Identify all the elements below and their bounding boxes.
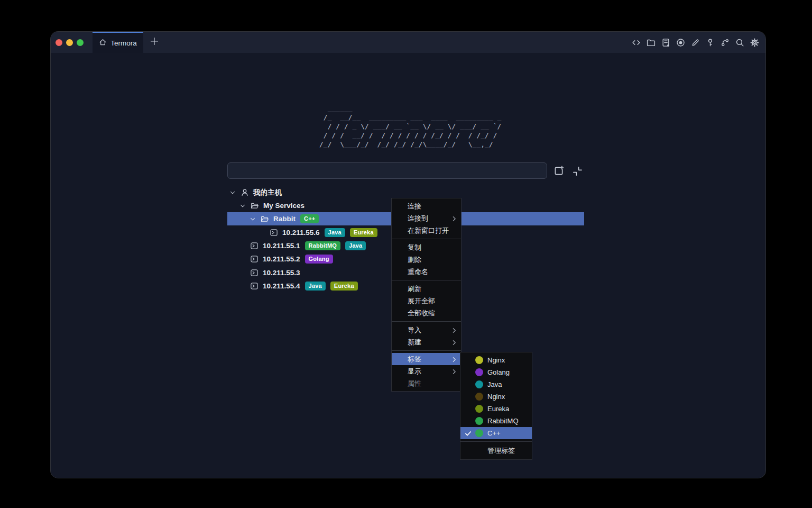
tree-item-my-services[interactable]: My Services: [239, 199, 304, 212]
tree-label: My Services: [263, 202, 304, 210]
terminal-icon: [250, 242, 259, 250]
submenu-item-tag-checked[interactable]: C++: [460, 427, 532, 439]
user-icon: [241, 188, 249, 197]
submenu-item-tag[interactable]: Java: [460, 378, 532, 391]
menu-separator: [392, 280, 461, 280]
tree-item-host[interactable]: 10.211.55.2 Golang: [250, 252, 333, 266]
open-folder-icon: [261, 215, 269, 223]
add-host-icon: [553, 166, 564, 176]
edit-icon[interactable]: [691, 38, 700, 47]
host-ip: 10.211.55.1: [263, 242, 300, 250]
tag-badge: Java: [325, 228, 345, 237]
chevron-right-icon: [453, 339, 456, 347]
host-ip: 10.211.55.3: [263, 269, 300, 277]
submenu-item-tag[interactable]: RabbitMQ: [460, 415, 532, 427]
code-icon[interactable]: [632, 38, 641, 47]
app-window: Termora: [51, 32, 765, 478]
menu-separator: [392, 350, 461, 351]
collapse-all-button[interactable]: [570, 164, 584, 178]
key-icon[interactable]: [706, 38, 715, 47]
tag-color-dot: [475, 417, 483, 425]
tag-badge: RabbitMQ: [305, 241, 341, 250]
quick-connect-input[interactable]: [227, 162, 547, 179]
chevron-right-icon: [453, 368, 456, 376]
menu-item-expand-all[interactable]: 展开全部: [392, 295, 461, 307]
menu-item-properties[interactable]: 属性: [392, 377, 461, 389]
folder-icon[interactable]: [647, 38, 656, 47]
tag-color-dot: [475, 393, 483, 401]
menu-item-import[interactable]: 导入: [392, 324, 461, 336]
tag-color-dot: [475, 429, 483, 437]
menu-separator: [392, 239, 461, 239]
menu-item-connect[interactable]: 连接: [392, 200, 461, 212]
menu-item-new[interactable]: 新建: [392, 336, 461, 348]
tag-badge: Eureka: [330, 282, 358, 291]
collapse-icon: [573, 166, 583, 176]
settings-gear-icon[interactable]: [750, 38, 759, 47]
menu-item-open-in-new-window[interactable]: 在新窗口打开: [392, 224, 461, 237]
tag-color-dot: [475, 380, 483, 388]
home-icon: [99, 38, 107, 48]
chevron-right-icon: [453, 356, 456, 364]
tag-badge: Java: [305, 282, 326, 291]
toolbar: [632, 32, 759, 53]
tag-badge: C++: [300, 214, 319, 223]
menu-separator: [392, 321, 461, 322]
submenu-item-tag[interactable]: Nginx: [460, 391, 532, 403]
submenu-item-tag[interactable]: Golang: [460, 366, 532, 378]
checkmark-icon: [465, 430, 472, 437]
context-menu: 连接 连接到 在新窗口打开 复制 删除 重命名 刷新: [391, 198, 462, 392]
tree-label: 我的主机: [253, 188, 282, 197]
tree-label: Rabbit: [273, 215, 296, 223]
menu-item-tags[interactable]: 标签: [392, 353, 461, 365]
tag-color-dot: [475, 405, 483, 413]
zoom-window-button[interactable]: [77, 39, 84, 46]
tag-badge: Golang: [305, 255, 333, 264]
record-icon[interactable]: [676, 38, 685, 47]
tag-submenu: Nginx Golang Java Nginx Eureka: [460, 352, 532, 460]
keychain-icon[interactable]: [721, 38, 730, 47]
chevron-down-icon[interactable]: [250, 216, 256, 222]
host-ip: 10.211.55.4: [263, 282, 300, 290]
terminal-icon: [250, 255, 259, 264]
tab-label: Termora: [110, 39, 137, 47]
menu-item-refresh[interactable]: 刷新: [392, 283, 461, 295]
terminal-icon: [250, 282, 259, 291]
menu-item-delete[interactable]: 删除: [392, 253, 461, 266]
add-host-button[interactable]: [552, 164, 566, 178]
minimize-window-button[interactable]: [66, 39, 73, 46]
tag-color-dot: [475, 368, 483, 376]
menu-separator: [460, 441, 532, 442]
open-folder-icon: [251, 202, 259, 210]
plus-icon: [150, 37, 159, 48]
menu-item-copy[interactable]: 复制: [392, 241, 461, 253]
search-icon[interactable]: [735, 38, 744, 47]
titlebar: Termora: [51, 32, 765, 53]
tree-item-my-hosts[interactable]: 我的主机: [229, 186, 282, 199]
menu-item-connect-to[interactable]: 连接到: [392, 212, 461, 224]
desktop: Termora: [0, 0, 812, 508]
submenu-item-manage-tags[interactable]: 管理标签: [460, 444, 532, 458]
ascii-logo: ______ /_ __/__ _________ ___ ____ _____…: [319, 104, 501, 149]
new-tab-button[interactable]: [147, 32, 162, 53]
tree-item-host[interactable]: 10.211.55.6 Java Eureka: [270, 226, 377, 239]
chevron-down-icon[interactable]: [239, 203, 246, 209]
terminal-icon: [270, 229, 278, 237]
tag-badge: Java: [345, 241, 366, 250]
tree-item-host[interactable]: 10.211.55.4 Java Eureka: [250, 279, 358, 293]
tab-termora[interactable]: Termora: [93, 32, 143, 53]
menu-item-rename[interactable]: 重命名: [392, 266, 461, 278]
host-ip: 10.211.55.2: [263, 255, 300, 263]
tree-item-host[interactable]: 10.211.55.3: [250, 266, 300, 279]
tree-item-host[interactable]: 10.211.55.1 RabbitMQ Java: [250, 239, 366, 252]
menu-item-collapse-all[interactable]: 全部收缩: [392, 307, 461, 319]
tree-item-rabbit[interactable]: Rabbit C++: [250, 212, 319, 225]
chevron-right-icon: [453, 215, 456, 223]
close-window-button[interactable]: [56, 39, 62, 46]
tag-color-dot: [475, 356, 483, 364]
menu-item-show[interactable]: 显示: [392, 365, 461, 377]
submenu-item-tag[interactable]: Nginx: [460, 354, 532, 366]
submenu-item-tag[interactable]: Eureka: [460, 403, 532, 415]
log-icon[interactable]: [661, 38, 670, 47]
chevron-down-icon[interactable]: [229, 189, 236, 196]
